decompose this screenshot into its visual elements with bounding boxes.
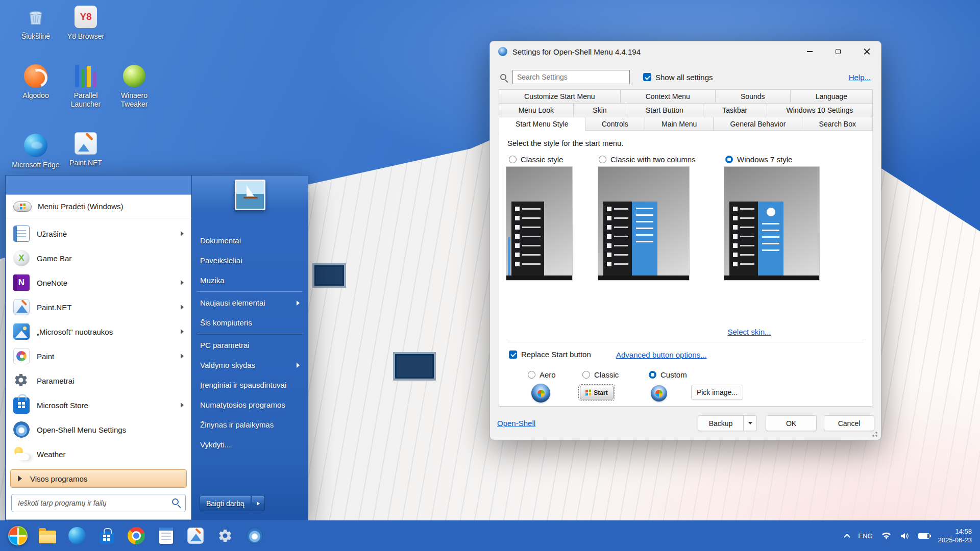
backup-dropdown[interactable] [743, 416, 756, 431]
radio-windows-7-style[interactable]: Windows 7 style [725, 155, 792, 164]
wallpaper-window [393, 352, 436, 381]
tab-start-button[interactable]: Start Button [626, 103, 703, 117]
language-indicator[interactable]: ENG [858, 532, 872, 540]
tab-customize-start-menu[interactable]: Customize Start Menu [499, 89, 621, 104]
radio-custom[interactable]: Custom [649, 370, 687, 379]
desktop-icon-paintnet[interactable]: Paint.NET [56, 131, 115, 167]
wifi-icon[interactable] [881, 532, 891, 540]
tab-sounds[interactable]: Sounds [715, 89, 791, 104]
desktop-icon-y8-browser[interactable]: Y8 Browser [56, 4, 115, 41]
maximize-button[interactable] [824, 41, 852, 62]
taskbar-microsoft-store[interactable] [97, 526, 116, 545]
select-skin-link[interactable]: Select skin... [714, 328, 785, 336]
taskbar-chrome[interactable] [127, 526, 146, 545]
shutdown-options-arrow[interactable] [252, 496, 265, 511]
advanced-button-options-link[interactable]: Advanced button options... [616, 350, 707, 359]
minimize-button[interactable] [795, 41, 824, 62]
open-shell-link[interactable]: Open-Shell [497, 419, 535, 428]
show-all-settings-checkbox[interactable]: Show all settings [643, 73, 713, 82]
taskbar-clock[interactable]: 14:58 2025-06-23 [938, 527, 972, 544]
start-menu-item-paintnet[interactable]: Paint.NET [6, 295, 191, 319]
resize-grip[interactable] [872, 431, 878, 437]
radio-classic-two-columns[interactable]: Classic with two columns [599, 155, 696, 164]
start-menu-item-microsoft-store[interactable]: Microsoft Store [6, 393, 191, 417]
desktop-icon-label: Y8 Browser [67, 32, 104, 41]
taskbar-start-button[interactable] [8, 526, 28, 545]
taskbar-settings[interactable] [215, 526, 235, 545]
places-item-sis-kompiuteris[interactable]: Šis kompiuteris [192, 313, 308, 333]
places-item-zinynas[interactable]: Žinynas ir palaikymas [192, 415, 308, 435]
start-menu-item-photos[interactable]: „Microsoft“ nuotraukos [6, 319, 191, 344]
taskbar-open-shell[interactable] [245, 526, 264, 545]
start-menu-item-weather[interactable]: Weather [6, 442, 191, 466]
tab-general-behavior[interactable]: General Behavior [713, 117, 802, 131]
tab-main-menu[interactable]: Main Menu [645, 117, 714, 131]
replace-start-button-checkbox[interactable]: Replace Start button [509, 350, 591, 359]
places-item-naujausi-elementai[interactable]: Naujausi elementai [192, 293, 308, 313]
user-avatar[interactable] [235, 180, 265, 210]
all-programs-item[interactable]: Visos programos [10, 469, 187, 488]
places-item-pc-parametrai[interactable]: PC parametrai [192, 335, 308, 355]
places-item-paveiksleliai[interactable]: Paveikslėliai [192, 251, 308, 270]
item-label: Weather [37, 450, 184, 459]
tab-search-box[interactable]: Search Box [802, 117, 873, 131]
style-preview-two-columns[interactable] [598, 167, 689, 280]
chevron-down-icon [748, 422, 752, 424]
cancel-button[interactable]: Cancel [824, 415, 874, 431]
all-programs-arrow-icon [18, 475, 22, 482]
help-link[interactable]: Help... [849, 73, 871, 82]
taskbar-notepad[interactable] [156, 526, 176, 545]
style-preview-classic[interactable] [506, 167, 572, 280]
places-item-valdymo-skydas[interactable]: Valdymo skydas [192, 355, 308, 375]
ok-button[interactable]: OK [766, 415, 817, 431]
tab-language[interactable]: Language [790, 89, 873, 104]
taskbar-edge[interactable] [67, 526, 87, 545]
desktop-icon-label: Algodoo [22, 91, 48, 100]
taskbar-file-explorer[interactable] [38, 526, 57, 545]
radio-aero[interactable]: Aero [528, 370, 556, 379]
aero-orb-image[interactable] [531, 384, 550, 403]
places-item-vykdyti[interactable]: Vykdyti... [192, 435, 308, 455]
shutdown-button[interactable]: Baigti darbą [200, 496, 251, 511]
tab-skin[interactable]: Skin [573, 103, 627, 117]
volume-icon[interactable] [900, 532, 910, 540]
taskbar: ENG 14:58 2025-06-23 [0, 520, 980, 551]
hidden-icons-chevron[interactable] [844, 534, 850, 540]
settings-search-input[interactable] [512, 70, 630, 84]
tab-start-menu-style[interactable]: Start Menu Style [499, 117, 585, 131]
style-preview-windows7[interactable] [724, 167, 819, 280]
radio-label: Classic with two columns [610, 155, 696, 164]
tab-menu-look[interactable]: Menu Look [499, 103, 574, 117]
desktop-icon-winaero-tweaker[interactable]: Winaero Tweaker [105, 63, 164, 109]
recycle-bin-icon [23, 4, 48, 30]
start-orb-icon [8, 526, 28, 545]
places-item-irenginiai[interactable]: Įrenginiai ir spausdintuvai [192, 375, 308, 395]
windows-flag-icon [585, 389, 591, 395]
radio-classic-style[interactable]: Classic style [509, 155, 563, 164]
start-menu-search-input[interactable] [11, 494, 186, 512]
start-menu-item-game-bar[interactable]: Game Bar [6, 246, 191, 270]
tab-controls[interactable]: Controls [585, 117, 645, 131]
places-item-numatytosios[interactable]: Numatytosios programos [192, 395, 308, 415]
tab-taskbar[interactable]: Taskbar [703, 103, 767, 117]
start-menu-places-list: Dokumentai Paveikslėliai Muzika Naujausi… [192, 231, 308, 455]
title-bar[interactable]: Settings for Open-Shell Menu 4.4.194 [490, 41, 881, 62]
start-menu-item-uzrasine[interactable]: Užrašinė [6, 221, 191, 246]
start-menu-header-item[interactable]: Meniu Pradėti (Windows) [6, 195, 191, 218]
places-item-muzika[interactable]: Muzika [192, 270, 308, 290]
tab-windows-10-settings[interactable]: Windows 10 Settings [767, 103, 873, 117]
pick-image-button[interactable]: Pick image... [691, 385, 743, 400]
classic-start-button-image[interactable]: Start [580, 386, 614, 399]
start-menu-item-onenote[interactable]: OneNote [6, 270, 191, 295]
places-item-dokumentai[interactable]: Dokumentai [192, 231, 308, 251]
tab-context-menu[interactable]: Context Menu [620, 89, 716, 104]
taskbar-paintnet[interactable] [186, 526, 205, 545]
custom-orb-image[interactable] [651, 385, 667, 402]
start-menu-item-paint[interactable]: Paint [6, 344, 191, 368]
start-menu-item-parametrai[interactable]: Parametrai [6, 368, 191, 393]
radio-classic-button[interactable]: Classic [582, 370, 619, 379]
battery-icon[interactable] [918, 533, 929, 539]
close-button[interactable] [852, 41, 881, 62]
start-menu-item-open-shell-settings[interactable]: Open-Shell Menu Settings [6, 417, 191, 442]
backup-button[interactable]: Backup [698, 415, 757, 431]
